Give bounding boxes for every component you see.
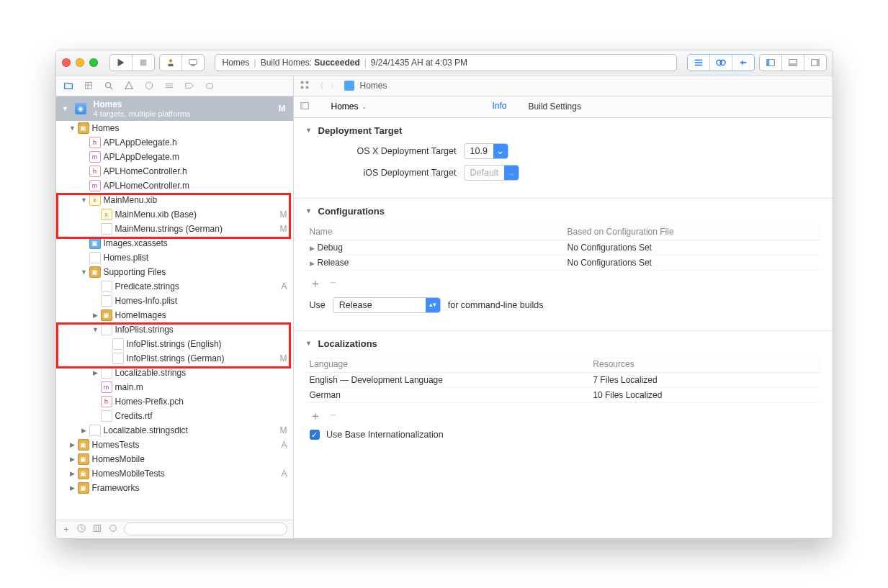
filter-unsaved-button[interactable]	[108, 523, 118, 535]
folder-icon: ▣	[78, 482, 89, 494]
tree-row[interactable]: ▼InfoPlist.strings	[56, 322, 293, 337]
tree-row[interactable]: MainMenu.strings (German)M	[56, 222, 293, 236]
version-editor-button[interactable]	[732, 55, 754, 71]
tab-build-settings[interactable]: Build Settings	[527, 97, 583, 116]
base-i18n-checkbox[interactable]: ✓	[310, 430, 320, 440]
tree-row[interactable]: ▼▣Homes	[56, 121, 293, 135]
close-window-button[interactable]	[62, 58, 71, 67]
tree-row[interactable]: hHomes-Prefix.pch	[56, 394, 293, 409]
project-header[interactable]: ▼ ◉ Homes 4 targets, multiple platforms …	[56, 96, 293, 121]
breakpoint-navigator-tab[interactable]	[184, 81, 194, 91]
toggle-debug-area-button[interactable]	[782, 55, 804, 71]
tree-row[interactable]: hAPLAppDelegate.h	[56, 135, 293, 150]
minimize-window-button[interactable]	[76, 58, 84, 67]
loc-col-language: Language	[305, 356, 589, 373]
zoom-window-button[interactable]	[89, 58, 98, 67]
tree-row[interactable]: ▶Localizable.stringsdictM	[56, 423, 293, 438]
remove-localization-button[interactable]: −	[330, 409, 336, 424]
tree-row[interactable]: mAPLAppDelegate.m	[56, 150, 293, 164]
tree-row[interactable]: ▶▣HomesTestsA	[56, 438, 293, 452]
tree-row[interactable]: mAPLHomeController.m	[56, 178, 293, 193]
tree-row[interactable]: InfoPlist.strings (German)M	[56, 351, 293, 366]
tree-row[interactable]: ▶▣HomeImages	[56, 308, 293, 322]
disclosure-triangle[interactable]: ▼	[69, 125, 76, 132]
osx-deploy-select[interactable]: 10.9 ⌄	[464, 143, 508, 159]
m-icon: m	[101, 381, 112, 393]
symbol-navigator-tab[interactable]	[84, 81, 94, 91]
activity-status: Succeeded	[314, 58, 359, 68]
assistant-editor-button[interactable]	[710, 55, 732, 71]
tree-row[interactable]: hAPLHomeController.h	[56, 164, 293, 178]
svg-line-19	[109, 87, 112, 90]
tree-item-label: Homes-Prefix.pch	[115, 397, 184, 407]
stop-button[interactable]	[133, 55, 154, 71]
tree-row[interactable]: ▣Images.xcassets	[56, 236, 293, 250]
tree-row[interactable]: Homes-Info.plist	[56, 294, 293, 308]
disclosure-triangle[interactable]: ▶	[69, 441, 76, 448]
navigator-filter-field[interactable]	[124, 523, 287, 535]
disclosure-triangle[interactable]: ▼	[92, 326, 99, 333]
scheme-selector[interactable]	[159, 54, 205, 71]
disclosure-triangle[interactable]: ▶	[92, 369, 99, 376]
add-localization-button[interactable]: ＋	[310, 409, 321, 424]
tree-row[interactable]: mmain.m	[56, 380, 293, 394]
toggle-targets-list-button[interactable]	[300, 101, 310, 113]
svg-rect-15	[85, 83, 91, 89]
run-button[interactable]	[110, 55, 133, 71]
related-items-button[interactable]	[300, 80, 310, 92]
table-row[interactable]: English — Development Language7 Files Lo…	[305, 372, 821, 387]
issue-navigator-tab[interactable]	[124, 81, 134, 91]
tree-item-label: APLHomeController.h	[104, 166, 187, 176]
disclosure-triangle[interactable]: ▶	[81, 427, 88, 434]
report-navigator-tab[interactable]	[205, 81, 215, 91]
add-file-button[interactable]: ＋	[62, 523, 71, 535]
table-row[interactable]: ▶DebugNo Configurations Set	[305, 240, 821, 255]
find-navigator-tab[interactable]	[104, 81, 114, 91]
disclosure-triangle[interactable]: ▶	[69, 456, 76, 463]
disclosure-triangle[interactable]: ▶	[69, 470, 76, 477]
scm-status-badge: A	[281, 440, 287, 450]
remove-configuration-button[interactable]: −	[330, 276, 336, 291]
tree-row[interactable]: InfoPlist.strings (English)	[56, 337, 293, 351]
tree-row[interactable]: ▼xMainMenu.xib	[56, 193, 293, 207]
tree-row[interactable]: ▶▣HomesMobile	[56, 452, 293, 466]
target-selector[interactable]: Homes	[331, 101, 359, 112]
tree-row[interactable]: ▶▣HomesMobileTestsA	[56, 466, 293, 481]
disclosure-triangle[interactable]: ▶	[69, 484, 76, 492]
add-configuration-button[interactable]: ＋	[310, 276, 321, 291]
disclosure-triangle[interactable]: ▼	[81, 268, 88, 276]
debug-navigator-tab[interactable]	[164, 81, 174, 91]
xib-icon: x	[101, 209, 112, 220]
tree-row[interactable]: xMainMenu.xib (Base)M	[56, 207, 293, 222]
project-navigator-tab[interactable]	[63, 81, 73, 91]
tree-row[interactable]: Homes.plist	[56, 250, 293, 265]
table-row[interactable]: ▶ReleaseNo Configurations Set	[305, 255, 821, 270]
toggle-utilities-button[interactable]	[804, 55, 826, 71]
test-navigator-tab[interactable]	[144, 81, 154, 91]
project-name: Homes	[94, 99, 191, 109]
tree-item-label: HomeImages	[115, 310, 166, 320]
tree-item-label: Frameworks	[92, 483, 140, 493]
tree-row[interactable]: Credits.rtf	[56, 409, 293, 423]
ios-deploy-select[interactable]: Default ⌄	[464, 165, 520, 181]
toggle-navigator-button[interactable]	[760, 55, 782, 71]
disclosure-triangle[interactable]: ▶	[92, 312, 99, 319]
breadcrumb-project[interactable]: Homes	[360, 81, 387, 91]
configurations-section: ▼Configurations Name Based on Configurat…	[294, 199, 833, 331]
tree-row[interactable]: ▼▣Supporting Files	[56, 265, 293, 279]
tree-row[interactable]: ▶Localizable.strings	[56, 366, 293, 380]
cmdline-config-select[interactable]: Release ▴▾	[333, 297, 441, 313]
nav-forward-button[interactable]: 〉	[330, 80, 338, 92]
tree-row[interactable]: Predicate.stringsA	[56, 279, 293, 294]
editor-area: 〈 〉 Homes Homes ⌄ Info Build Settings ▼D…	[294, 76, 833, 538]
standard-editor-button[interactable]	[688, 55, 710, 71]
project-tree[interactable]: ▼▣HomeshAPLAppDelegate.hmAPLAppDelegate.…	[56, 121, 293, 520]
tree-row[interactable]: ▶▣Frameworks	[56, 481, 293, 495]
table-row[interactable]: German10 Files Localized	[305, 387, 821, 402]
scm-filter-button[interactable]	[92, 523, 102, 535]
tab-info[interactable]: Info	[491, 96, 508, 117]
recent-files-button[interactable]	[76, 523, 86, 535]
nav-back-button[interactable]: 〈	[315, 80, 324, 92]
tree-item-label: main.m	[115, 382, 143, 392]
disclosure-triangle[interactable]: ▼	[81, 196, 88, 204]
